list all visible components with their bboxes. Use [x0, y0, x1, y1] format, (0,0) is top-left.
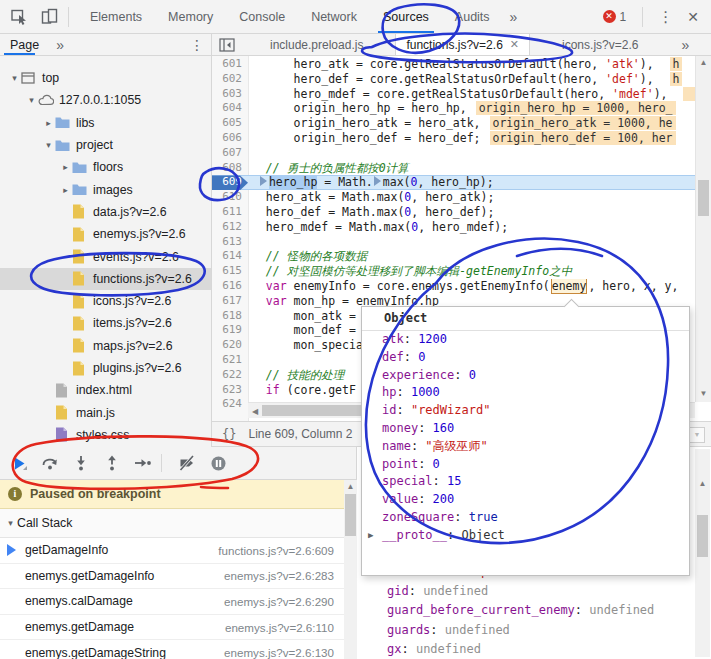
step-icon[interactable] [131, 451, 155, 475]
scroll-down-icon[interactable]: ▼ [696, 389, 711, 398]
line-number[interactable]: 607 [212, 146, 248, 161]
more-navigator-tabs-icon[interactable]: » [49, 37, 71, 53]
line-number[interactable]: 617 [212, 294, 248, 309]
navigator-menu-kebab-icon[interactable]: ⋮ [183, 37, 211, 53]
scroll-up-icon[interactable]: ▲ [344, 482, 357, 491]
line-number[interactable]: 614 [212, 249, 248, 264]
tree-item[interactable]: index.html [0, 379, 211, 401]
tree-item[interactable]: icons.js?v=2.6 [0, 290, 211, 312]
editor-tab[interactable]: functions.js?v=2.6✕ [395, 34, 530, 55]
scrollbar-thumb[interactable] [345, 494, 356, 536]
line-number[interactable]: 624 [212, 397, 248, 412]
code-text[interactable]: hero_atk = Math.max(0, hero_atk); [248, 190, 711, 205]
call-stack-frame[interactable]: enemys.getDamageenemys.js?v=2.6:110 [0, 615, 356, 641]
code-text[interactable]: // 勇士的负属性都按0计算 [248, 161, 711, 176]
tree-item[interactable]: enemys.js?v=2.6 [0, 223, 211, 245]
code-text[interactable]: var enemyInfo = core.enemys.getEnemyInfo… [248, 279, 711, 294]
scrollbar-thumb[interactable] [697, 515, 708, 557]
step-over-icon[interactable] [38, 451, 62, 475]
panel-tab-console[interactable]: Console [226, 0, 298, 33]
line-number[interactable]: 613 [212, 235, 248, 250]
code-text[interactable]: hero_hp = Math.max(0, hero_hp); [248, 175, 711, 190]
call-stack-frame[interactable]: getDamageInfofunctions.js?v=2.6:609 [0, 538, 356, 564]
line-number[interactable]: 616 [212, 279, 248, 294]
line-number[interactable]: 611 [212, 205, 248, 220]
code-text[interactable]: // 对坚固模仿等处理移到了脚本编辑-getEnemyInfo之中 [248, 264, 711, 279]
panel-tab-sources[interactable]: Sources [370, 0, 442, 33]
chevron-right-icon[interactable]: ▸ [59, 185, 72, 195]
line-number[interactable]: 612 [212, 220, 248, 235]
tree-item[interactable]: ▾127.0.0.1:1055 [0, 89, 211, 111]
close-devtools-icon[interactable]: ✕ [680, 9, 711, 25]
code-text[interactable]: hero_def = core.getRealStatusOrDefault(h… [248, 72, 711, 87]
more-editor-tabs-icon[interactable]: » [674, 37, 696, 53]
deactivate-breakpoints-icon[interactable] [175, 451, 199, 475]
panel-tab-elements[interactable]: Elements [77, 0, 155, 33]
tab-page[interactable]: Page [0, 34, 49, 55]
call-stack-header[interactable]: ▾ Call Stack [0, 509, 356, 538]
tree-item[interactable]: items.js?v=2.6 [0, 312, 211, 334]
tree-item[interactable]: ▸images [0, 178, 211, 200]
line-number[interactable]: 604 [212, 101, 248, 116]
tree-item[interactable]: main.js [0, 401, 211, 423]
line-number[interactable]: 601 [212, 57, 248, 72]
scroll-left-icon[interactable]: ◀ [250, 407, 260, 416]
menu-kebab-icon[interactable]: ⋮ [651, 8, 680, 26]
device-toolbar-icon[interactable] [38, 6, 60, 28]
resume-icon[interactable] [7, 451, 31, 475]
chevron-down-icon[interactable]: ▾ [42, 140, 55, 150]
step-out-icon[interactable] [100, 451, 124, 475]
scope-variable[interactable]: gid: undefined [357, 582, 711, 602]
tree-item[interactable]: events.js?v=2.6 [0, 245, 211, 267]
scope-pane-scrollbar[interactable]: ▲ [695, 449, 710, 657]
scrollbar-thumb[interactable] [698, 180, 709, 216]
scroll-up-icon[interactable]: ▲ [696, 58, 711, 67]
tree-item[interactable]: ▾top [0, 67, 211, 89]
hovered-variable[interactable]: enemy [551, 279, 588, 294]
line-number[interactable]: 620 [212, 338, 248, 353]
chevron-right-icon[interactable]: ▶ [368, 527, 373, 545]
code-text[interactable] [248, 235, 711, 250]
call-stack-frame[interactable]: enemys.getDamageInfoenemys.js?v=2.6:283 [0, 564, 356, 590]
tree-item[interactable]: ▸libs [0, 112, 211, 134]
hide-navigator-icon[interactable] [216, 34, 238, 56]
code-text[interactable]: hero_mdef = Math.max(0, hero_mdef); [248, 220, 711, 235]
code-text[interactable]: hero_atk = core.getRealStatusOrDefault(h… [248, 57, 711, 72]
code-text[interactable] [248, 146, 711, 161]
pause-on-exceptions-icon[interactable] [206, 451, 230, 475]
line-number[interactable]: 605 [212, 116, 248, 131]
scope-variable[interactable]: guards: undefined [357, 621, 711, 641]
code-text[interactable]: hero_mdef = core.getRealStatusOrDefault(… [248, 87, 711, 102]
code-text[interactable]: origin_hero_def = hero_def;origin_hero_d… [248, 131, 711, 146]
tree-item[interactable]: functions.js?v=2.6 [0, 268, 211, 290]
call-stack-frame[interactable]: enemys.getDamageStringenemys.js?v=2.6:13… [0, 640, 356, 659]
chevron-down-icon[interactable]: ▾ [8, 73, 21, 83]
line-number[interactable]: 603 [212, 87, 248, 102]
line-number[interactable]: 606 [212, 131, 248, 146]
tree-item[interactable]: ▾project [0, 134, 211, 156]
line-number[interactable]: 622 [212, 368, 248, 383]
line-number[interactable]: 608 [212, 161, 248, 176]
editor-tab[interactable]: include.preload.js [260, 34, 373, 55]
line-number[interactable]: 610 [212, 190, 248, 205]
tree-item[interactable]: plugins.js?v=2.6 [0, 357, 211, 379]
editor-vertical-scrollbar[interactable]: ▲ ▼ [695, 56, 711, 402]
panel-tab-network[interactable]: Network [298, 0, 370, 33]
chevron-right-icon[interactable]: ▸ [59, 162, 72, 172]
scroll-up-icon[interactable]: ▲ [695, 479, 710, 488]
line-number[interactable]: 615 [212, 264, 248, 279]
tree-item[interactable]: ▸floors [0, 156, 211, 178]
code-text[interactable]: hero_def = Math.max(0, hero_def); [248, 205, 711, 220]
tree-item[interactable]: data.js?v=2.6 [0, 201, 211, 223]
code-text[interactable]: origin_hero_hp = hero_hp,origin_hero_hp … [248, 101, 711, 116]
scope-variable[interactable]: guard_before_current_enemy: undefined [357, 601, 711, 621]
editor-tab[interactable]: icons.js?v=2.6 [552, 34, 648, 55]
tree-item[interactable]: maps.js?v=2.6 [0, 335, 211, 357]
chevron-right-icon[interactable]: ▸ [42, 118, 55, 128]
more-panels-icon[interactable]: » [503, 9, 525, 25]
line-number[interactable]: 619 [212, 323, 248, 338]
line-number[interactable]: 618 [212, 309, 248, 324]
debugger-sidebar-scrollbar[interactable]: ▲ [344, 480, 357, 659]
line-number[interactable]: 602 [212, 72, 248, 87]
close-tab-icon[interactable]: ✕ [510, 38, 519, 51]
